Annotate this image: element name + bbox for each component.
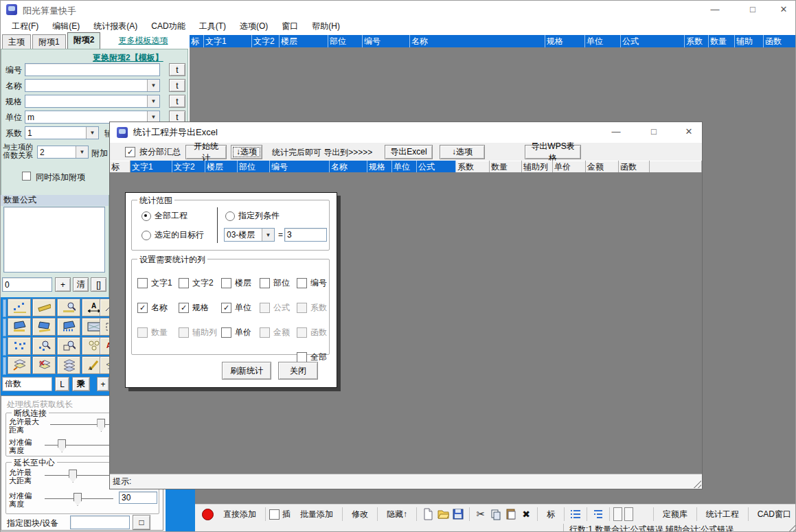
checkbox-icon[interactable] xyxy=(137,278,148,288)
radio-icon[interactable] xyxy=(141,211,151,221)
checkbox-icon[interactable] xyxy=(179,303,189,313)
chevron-down-icon[interactable]: ▼ xyxy=(147,95,159,107)
column-header[interactable]: 函数 xyxy=(619,161,650,172)
toolbar-handle[interactable] xyxy=(3,338,6,356)
insert-checkbox[interactable] xyxy=(269,509,280,520)
checkbox-icon[interactable] xyxy=(179,278,189,288)
block-device-input[interactable] xyxy=(70,516,130,529)
column-header[interactable]: 数量 xyxy=(709,35,735,47)
column-header[interactable]: 楼层 xyxy=(205,161,238,172)
condition-column-combo[interactable]: 03-楼层 ▼ xyxy=(224,228,275,242)
menu-report[interactable]: 统计报表(A) xyxy=(87,19,144,34)
batch-add-button[interactable]: 批量添加 xyxy=(295,507,339,522)
block-zoom-icon[interactable] xyxy=(57,337,80,355)
column-header[interactable]: 数量 xyxy=(490,161,522,172)
open-file-icon[interactable] xyxy=(435,507,451,522)
new-file-icon[interactable] xyxy=(420,507,435,522)
column-header[interactable]: 编号 xyxy=(270,161,330,172)
hide-button[interactable]: 隐藏↑ xyxy=(381,507,413,522)
menu-project[interactable]: 工程(F) xyxy=(5,19,45,34)
multiplier-plus-button[interactable]: + xyxy=(97,377,109,391)
export-wps-button[interactable]: 导出WPS表格 xyxy=(525,145,581,159)
column-header[interactable]: 系数 xyxy=(685,35,709,47)
list-view-icon[interactable] xyxy=(568,507,583,522)
column-header[interactable]: 金额 xyxy=(586,161,619,172)
menu-help[interactable]: 帮助(H) xyxy=(305,19,347,34)
column-header[interactable]: 辅助列 xyxy=(522,161,553,172)
column-header[interactable]: 函数 xyxy=(764,35,796,47)
measure-points-icon[interactable] xyxy=(8,299,31,316)
column-header[interactable]: 公式 xyxy=(417,161,456,172)
formula-bracket-button[interactable]: [] xyxy=(91,277,106,292)
radio-all-projects[interactable]: 全部工程 xyxy=(141,210,187,222)
column-header[interactable]: 标 xyxy=(110,161,130,172)
paste-icon[interactable] xyxy=(503,507,519,522)
tab-attach1[interactable]: 附项1 xyxy=(32,34,66,49)
measure-zoom-icon[interactable] xyxy=(57,299,80,316)
layers-export-icon[interactable] xyxy=(8,356,31,374)
layers-delete-icon[interactable] xyxy=(32,356,56,374)
area-ruler-icon[interactable] xyxy=(8,318,31,336)
menu-tools[interactable]: 工具(T) xyxy=(192,19,233,34)
column-header[interactable]: 编号 xyxy=(363,35,410,47)
align-dev2-slider[interactable] xyxy=(45,493,113,505)
col-checkbox-unit[interactable]: 单位 xyxy=(221,302,260,314)
toolbar-handle[interactable] xyxy=(3,299,6,317)
resize-grip[interactable] xyxy=(786,523,795,532)
layers-icon[interactable] xyxy=(57,356,80,374)
area-dotted-ruler-icon[interactable] xyxy=(57,318,80,336)
rect-select-icon[interactable] xyxy=(100,318,109,336)
scatter-points-icon[interactable] xyxy=(8,337,31,355)
column-header[interactable]: 名称 xyxy=(330,161,367,172)
dialog-minimize-button[interactable]: — xyxy=(606,124,626,139)
direct-add-button[interactable]: 直接添加 xyxy=(218,507,262,522)
toolbar-handle[interactable] xyxy=(3,319,6,336)
stats-project-button[interactable]: 统计工程 xyxy=(701,507,744,522)
column-header[interactable]: 文字2 xyxy=(172,161,205,172)
layers-hatch-icon[interactable] xyxy=(100,356,109,374)
checkbox-icon[interactable] xyxy=(297,352,307,362)
cut-icon[interactable]: ✂ xyxy=(473,507,488,522)
chevron-down-icon[interactable]: ▼ xyxy=(147,80,159,91)
col-checkbox-text1[interactable]: 文字1 xyxy=(137,277,179,289)
resize-grip[interactable] xyxy=(692,478,701,488)
code-t-button[interactable]: t xyxy=(169,63,185,76)
column-header[interactable]: 楼层 xyxy=(280,35,328,47)
code-input[interactable] xyxy=(25,63,160,76)
menu-edit[interactable]: 编辑(E) xyxy=(45,19,87,34)
record-icon[interactable] xyxy=(202,509,214,520)
align-dev2-value-input[interactable] xyxy=(119,491,157,504)
maximize-button[interactable]: □ xyxy=(742,2,763,17)
formula-value-input[interactable] xyxy=(2,277,52,292)
column-header[interactable]: 辅助 xyxy=(735,35,764,47)
column-header[interactable]: 规格 xyxy=(545,35,585,47)
chevron-down-icon[interactable]: ▼ xyxy=(262,229,274,241)
panel-close-button[interactable]: 关闭 xyxy=(278,362,318,380)
modify-button[interactable]: 修改 xyxy=(346,507,374,522)
ratio-combo[interactable]: 2 ▼ xyxy=(37,146,89,159)
menu-window[interactable]: 窗口 xyxy=(275,19,305,34)
formula-clear-button[interactable]: 清 xyxy=(73,277,89,292)
chevron-down-icon[interactable]: ▼ xyxy=(76,146,88,158)
col-checkbox-floor[interactable]: 楼层 xyxy=(221,277,260,289)
add-attach-checkbox[interactable] xyxy=(22,172,31,181)
formula-textarea[interactable] xyxy=(3,207,105,273)
dialog-close-button[interactable]: ✕ xyxy=(679,124,699,139)
find-text-icon[interactable]: A xyxy=(100,337,109,355)
column-header[interactable]: 规格 xyxy=(367,161,392,172)
multiplier-l-button[interactable]: L xyxy=(55,377,69,391)
checkbox-icon[interactable] xyxy=(221,303,231,313)
save-icon[interactable] xyxy=(451,507,466,522)
menu-options[interactable]: 选项(O) xyxy=(233,19,275,34)
tab-attach2[interactable]: 附项2 xyxy=(67,32,101,49)
change-template-link[interactable]: 更换附项2【模板】 xyxy=(93,52,163,64)
cad-window-button[interactable]: CAD窗口 xyxy=(752,507,796,522)
options-button-2[interactable]: ↓选项 xyxy=(440,145,485,159)
start-stats-button[interactable]: 开始统计 xyxy=(185,145,227,159)
close-button[interactable]: ✕ xyxy=(773,2,794,17)
menu-cad[interactable]: CAD功能 xyxy=(144,19,192,34)
column-header[interactable]: 部位 xyxy=(328,35,363,47)
block-pick-button[interactable]: □ xyxy=(133,515,150,530)
radio-icon[interactable] xyxy=(225,211,235,221)
more-templates-link[interactable]: 更多模板选项 xyxy=(118,35,168,47)
